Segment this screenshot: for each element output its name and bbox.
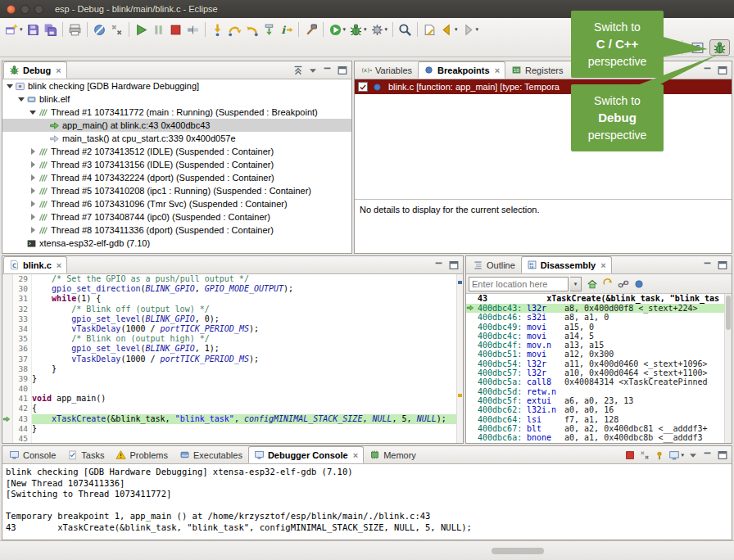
remove-launch-icon[interactable] bbox=[637, 446, 652, 464]
tab-outline[interactable]: Outline bbox=[467, 256, 521, 273]
suspend-button[interactable] bbox=[150, 20, 167, 38]
debug-tree-item[interactable]: Thread #5 1073410208 (ipc1 : Running) (S… bbox=[2, 184, 351, 197]
disassembly-line[interactable]: 400dbc5d:retw.n bbox=[466, 387, 732, 396]
step-into-button[interactable] bbox=[209, 20, 226, 38]
disconnect-button[interactable] bbox=[184, 20, 202, 38]
debug-tree-item[interactable]: Thread #8 1073411336 (dport) (Suspended … bbox=[2, 224, 351, 237]
debug-tree-item[interactable]: xtensa-esp32-elf-gdb (7.10) bbox=[2, 237, 351, 250]
disassembly-line[interactable]: 400dbc4c:movia14, 5 bbox=[466, 332, 732, 341]
debug-tree-item[interactable]: Thread #1 1073411772 (main : Running) (S… bbox=[2, 106, 351, 119]
code-line[interactable]: 33 gpio_set_level(BLINK_GPIO, 0); bbox=[2, 314, 463, 324]
back-button[interactable]: ▾ bbox=[438, 20, 460, 38]
tab-console[interactable]: Console bbox=[3, 446, 61, 463]
drop-to-frame-button[interactable] bbox=[261, 20, 278, 38]
tab-debugger-console[interactable]: Debugger Console× bbox=[248, 446, 364, 463]
tree-expander-icon[interactable] bbox=[29, 108, 37, 116]
tree-expander-icon[interactable] bbox=[29, 147, 37, 156]
build-button[interactable] bbox=[302, 20, 319, 38]
tab-debug[interactable]: Debug× bbox=[3, 61, 67, 79]
tree-expander-icon[interactable] bbox=[29, 200, 37, 208]
debug-tree-item[interactable]: blink.elf bbox=[2, 93, 351, 106]
tab-disassembly[interactable]: 0110Disassembly× bbox=[521, 256, 612, 273]
tree-expander-icon[interactable] bbox=[29, 187, 37, 195]
step-return-button[interactable] bbox=[243, 20, 261, 38]
code-line[interactable]: 37 vTaskDelay(1000 / portTICK_PERIOD_MS)… bbox=[2, 355, 463, 364]
overview-ruler[interactable] bbox=[456, 274, 463, 443]
save-all-button[interactable] bbox=[42, 20, 59, 38]
last-edit-location-button[interactable] bbox=[421, 20, 438, 38]
forward-button[interactable]: ▾ bbox=[460, 20, 481, 38]
debug-tree-item[interactable]: Thread #3 1073413156 (IDLE) (Suspended :… bbox=[2, 158, 351, 171]
disassembly-line[interactable]: 400dbc67:blta0, a2, 0x400dbc81 <__adddf3… bbox=[466, 424, 732, 433]
disassembly-line[interactable]: 400dbc6a:bnonea0, a1, 0x400dbc8b <__addd… bbox=[466, 433, 732, 442]
code-line[interactable]: 35 /* Blink on (output high) */ bbox=[2, 334, 463, 344]
code-editor[interactable]: 29 /* Set the GPIO as a push/pull output… bbox=[2, 274, 463, 443]
close-icon[interactable]: × bbox=[495, 65, 500, 75]
disassembly-line[interactable]: 400dbc51:movia12, 0x300 bbox=[466, 350, 732, 359]
tab-variables[interactable]: (x)=Variables bbox=[356, 61, 418, 79]
run-button[interactable]: ▾ bbox=[327, 20, 348, 38]
close-icon[interactable]: × bbox=[353, 450, 358, 460]
debug-tree-item[interactable]: Thread #6 1073431096 (Tmr Svc) (Suspende… bbox=[2, 197, 351, 210]
code-line[interactable]: 39} bbox=[2, 374, 463, 384]
disassembly-line[interactable]: 400dbc64:lsif7, a1, 128 bbox=[466, 415, 732, 424]
code-line[interactable]: 43 xTaskCreate(&blink_task, "blink_task"… bbox=[2, 414, 463, 424]
window-close-button[interactable] bbox=[7, 5, 16, 14]
close-icon[interactable]: × bbox=[56, 65, 61, 75]
disassembly-line[interactable]: 400dbc46:s32ia8, a1, 0 bbox=[466, 313, 732, 322]
disassembly-view[interactable]: 43 xTaskCreate(&blink_task, "blink_tas 4… bbox=[466, 294, 732, 443]
code-line[interactable]: 34 vTaskDelay(1000 / portTICK_PERIOD_MS)… bbox=[2, 324, 463, 334]
debug-tree-item[interactable]: app_main() at blink.c:43 0x400dbc43 bbox=[2, 119, 351, 132]
disassembly-line[interactable]: 400dbc4f:mov.na13, a15 bbox=[466, 341, 732, 350]
display-selected-console-icon[interactable]: ▾ bbox=[667, 446, 686, 464]
location-input[interactable] bbox=[469, 277, 569, 291]
disassembly-line[interactable]: 400dbc54:l32ra11, 0x400d0460 <_stext+109… bbox=[466, 359, 732, 368]
tree-expander-icon[interactable] bbox=[6, 82, 14, 90]
code-line[interactable]: 30 gpio_set_direction(BLINK_GPIO, GPIO_M… bbox=[2, 284, 463, 294]
view-menu-icon[interactable] bbox=[306, 61, 320, 79]
tab-executables[interactable]: exeExecutables bbox=[174, 446, 248, 463]
disassembly-line[interactable]: 400dbc5f:extuia6, a0, 23, 13 bbox=[466, 396, 732, 405]
external-tools-button[interactable]: ▾ bbox=[369, 20, 390, 38]
minimize-icon[interactable] bbox=[432, 256, 446, 274]
breakpoint-checkbox[interactable] bbox=[358, 82, 368, 92]
debug-tree-item[interactable]: Thread #4 1073432224 (dport) (Suspended … bbox=[2, 171, 351, 184]
debug-button[interactable]: ▾ bbox=[347, 20, 369, 38]
tree-expander-icon[interactable] bbox=[29, 226, 37, 234]
close-icon[interactable]: × bbox=[600, 260, 605, 270]
maximize-icon[interactable] bbox=[335, 61, 350, 79]
tab-blink-c[interactable]: Cblink.c× bbox=[3, 256, 67, 273]
disassembly-line[interactable]: 400dbc5a:call80x40084314 <xTaskCreatePin… bbox=[466, 377, 732, 386]
code-line[interactable]: 32 /* Blink off (output low) */ bbox=[2, 305, 463, 314]
tab-registers[interactable]: 10Registers bbox=[505, 61, 569, 79]
minimize-icon[interactable] bbox=[700, 446, 715, 464]
tree-expander-icon[interactable] bbox=[17, 95, 25, 103]
new-wizard-button[interactable]: ▾ bbox=[3, 20, 25, 38]
link-with-editor-icon[interactable] bbox=[616, 275, 631, 293]
save-button[interactable] bbox=[25, 20, 42, 38]
code-line[interactable]: 45 bbox=[2, 434, 463, 443]
tab-problems[interactable]: Problems bbox=[110, 446, 173, 463]
skip-all-breakpoints-button[interactable] bbox=[91, 20, 108, 38]
disassembly-line[interactable]: 400dbc49:movia15, 0 bbox=[466, 323, 732, 332]
code-line[interactable]: 29 /* Set the GPIO as a push/pull output… bbox=[2, 274, 463, 284]
debug-tree-item[interactable]: Thread #7 1073408744 (ipc0) (Suspended :… bbox=[2, 210, 351, 224]
resume-button[interactable] bbox=[133, 20, 150, 38]
minimize-icon[interactable] bbox=[700, 256, 715, 274]
disassembly-scrollbar[interactable] bbox=[724, 294, 732, 443]
step-over-button[interactable] bbox=[226, 20, 243, 38]
tab-breakpoints[interactable]: Breakpoints× bbox=[418, 61, 505, 79]
disassembly-line[interactable]: 400dbc57:l32ra10, 0x400d0464 <_stext+110… bbox=[466, 368, 732, 377]
window-minimize-button[interactable] bbox=[20, 5, 29, 14]
remove-all-terminated-button[interactable] bbox=[108, 20, 125, 38]
print-button[interactable] bbox=[66, 20, 84, 38]
horizontal-scrollbar[interactable] bbox=[492, 548, 544, 554]
terminate-icon[interactable] bbox=[623, 446, 637, 464]
debug-tree-item[interactable]: main_task() at cpu_start.c:339 0x400d057… bbox=[2, 132, 351, 145]
search-button[interactable] bbox=[396, 20, 414, 38]
instruction-stepping-button[interactable]: i bbox=[278, 20, 295, 38]
code-line[interactable]: 40 bbox=[2, 384, 463, 394]
code-line[interactable]: 36 gpio_set_level(BLINK_GPIO, 1); bbox=[2, 344, 463, 354]
debugger-console-output[interactable]: blink checking [GDB Hardware Debugging] … bbox=[2, 464, 732, 540]
code-line[interactable]: 41void app_main() bbox=[2, 394, 463, 404]
